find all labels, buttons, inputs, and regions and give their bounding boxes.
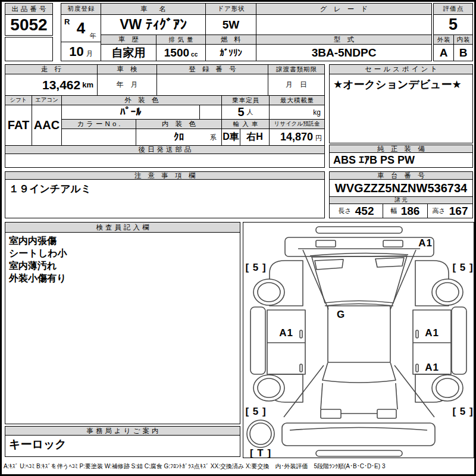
diagram-marks-layer: A1[ 5 ][ 5 ]GA1A1A1[ 5 ][ 5 ][ T ] [243, 223, 474, 458]
inspection-value: 年 月 [97, 74, 157, 96]
damage-mark: A1 [418, 237, 433, 249]
width-value: 186 [401, 205, 420, 218]
inspector-note-line: 外装小傷有り [9, 272, 236, 284]
door-shape-value: 5W [205, 14, 256, 35]
interior-color-value: ｸﾛ 系 [136, 129, 222, 146]
year-suffix: 年 [90, 32, 96, 40]
inspector-notes-body: 室内内張傷 シートしわ小 室内薄汚れ 外装小傷有り [5, 232, 240, 424]
fuel-label: 燃 料 [205, 35, 256, 45]
damage-diagram-box: A1[ 5 ][ 5 ]GA1A1A1[ 5 ][ 5 ][ T ] [243, 222, 474, 458]
sales-point-label: セールスポイント [329, 64, 473, 74]
import-handle-value: 右H [240, 129, 270, 146]
displacement-number: 1500 [164, 46, 189, 60]
capacity-number: 5 [237, 105, 244, 119]
grade-value [256, 14, 432, 35]
car-history-value: 自家用 [101, 44, 156, 61]
interior-color-suffix: 系 [210, 133, 217, 142]
dimension-length: 長さ 452 [329, 203, 383, 218]
grade-label: グ レ ー ド [256, 3, 432, 15]
vin-value: WVGZZZ5NZNW536734 [329, 179, 473, 197]
interior-grade-label: 内装 [453, 35, 473, 45]
score-value: 5 [433, 14, 473, 35]
registration-number-value [156, 74, 268, 96]
damage-mark: [ 5 ] [245, 406, 266, 418]
aircon-value: AAC [32, 105, 62, 146]
lot-number-empty-cell [5, 37, 53, 61]
color-no-label: カラーNo. [61, 119, 136, 129]
sales-point-value: ★オークションデビュー★ [329, 74, 473, 143]
notes-label: 注 意 事 項 欄 [5, 171, 325, 180]
displacement-unit: cc [191, 51, 198, 58]
first-registration-year: R 4 年 [61, 14, 101, 42]
exterior-color-label: 外 装 色 [61, 95, 222, 105]
auction-sheet: 出品番号 5052 初度登録 R 4 年 10 月 車 名 VW ﾃｨｸﾞｱﾝ … [0, 0, 476, 476]
door-shape-label: ドア形状 [205, 3, 256, 15]
interior-color-label: 内 装 色 [136, 119, 222, 129]
damage-mark: [ 5 ] [452, 262, 473, 274]
era-mark: R [64, 17, 70, 26]
damage-mark: A1 [425, 327, 439, 339]
mileage-number: 13,462 [42, 78, 80, 92]
damage-mark: [ T ] [250, 447, 271, 459]
fuel-value: ｶﾞｿﾘﾝ [205, 44, 256, 61]
length-value: 452 [355, 205, 374, 218]
damage-mark: [ 5 ] [452, 406, 473, 418]
first-registration-month-value: 10 [69, 44, 83, 60]
month-suffix: 月 [86, 49, 93, 58]
inspector-notes-label: 検査員記入欄 [5, 222, 240, 233]
dimension-width: 幅 186 [383, 203, 428, 218]
aircon-label: エアコン [32, 95, 62, 105]
dimension-height: 高さ 167 [427, 203, 473, 218]
inspector-note-line: 室内薄汚れ [9, 259, 236, 272]
mileage-label: 走 行 [5, 64, 98, 74]
shift-value: FAT [5, 105, 32, 146]
width-label: 幅 [391, 206, 397, 215]
recycle-deposit-label: リサイクル預託金 [269, 119, 325, 129]
vin-label: 車 台 番 号 [329, 171, 473, 180]
interior-grade-value: B [453, 44, 473, 61]
later-parts-value [5, 154, 325, 168]
lot-number-value: 5052 [5, 14, 53, 36]
car-history-label: 車 歴 [101, 35, 156, 45]
exterior-grade-label: 外装 [433, 35, 454, 45]
length-label: 長さ [339, 206, 352, 215]
notes-value: １９インチアルミ [5, 179, 325, 218]
transfer-deadline-label: 譲渡書類期限 [268, 64, 325, 74]
damage-code-legend: A:ｷｽﾞ U:ﾍｺﾐ B:ｷｽﾞを伴うﾍｺﾐ P:要塗装 W:補修跡 S:錆 … [4, 462, 385, 471]
damage-mark: G [337, 309, 345, 321]
recycle-deposit-value: 14,870 円 [269, 129, 325, 146]
mileage-unit: km [82, 80, 93, 89]
height-label: 高さ [433, 206, 446, 215]
damage-mark: [ 5 ] [245, 262, 266, 274]
color-no-value [61, 129, 136, 146]
car-name-label: 車 名 [101, 3, 206, 15]
capacity-value: 5 人 [221, 105, 270, 120]
inspection-label: 車 検 [97, 64, 157, 74]
recycle-deposit-unit: 円 [315, 134, 322, 143]
max-load-value: kg [269, 105, 325, 120]
displacement-label: 排 気 量 [156, 35, 206, 45]
damage-mark: A1 [425, 362, 439, 374]
car-name-value: VW ﾃｨｸﾞｱﾝ [101, 14, 206, 35]
recycle-deposit-number: 14,870 [280, 131, 313, 143]
mileage-value: 13,462 km [5, 74, 98, 96]
first-registration-month: 10 月 [61, 42, 101, 61]
exterior-grade-value: A [433, 44, 454, 61]
lot-number-label: 出品番号 [5, 3, 53, 15]
first-registration-year-value: 4 [77, 19, 85, 37]
exterior-color-value: ﾊﾟｰﾙ [61, 105, 200, 120]
import-dealer-value: D車 [221, 129, 240, 146]
height-value: 167 [449, 205, 468, 218]
first-registration-label: 初度登録 [61, 3, 101, 15]
equipment-value: ABS ｴｱB PS PW [329, 152, 473, 168]
score-label: 評価点 [433, 3, 473, 15]
capacity-label: 乗車定員 [221, 95, 270, 105]
color-change-cell [199, 105, 222, 120]
damage-mark: A1 [279, 327, 293, 339]
shift-label: シフト [5, 95, 32, 105]
registration-number-label: 登 録 番 号 [156, 64, 268, 74]
interior-color-name: ｸﾛ [174, 131, 184, 143]
equipment-label: 純 正 装 備 [329, 145, 473, 153]
office-notice-value: キーロック [5, 435, 240, 457]
model-code-value: 3BA-5NDPC [256, 44, 432, 61]
